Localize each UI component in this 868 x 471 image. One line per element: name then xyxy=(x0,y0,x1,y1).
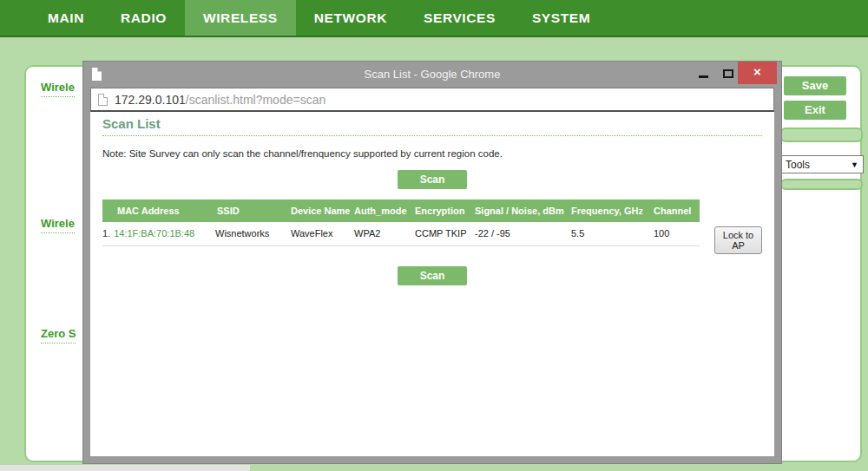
sidebar-section-bar-2 xyxy=(780,179,863,190)
scan-note: Note: Site Survey can only scan the chan… xyxy=(102,148,762,159)
url-path: /scanlist.html?mode=scan xyxy=(186,93,326,107)
header-auth-mode: Auth_mode xyxy=(350,200,411,222)
section-heading-wireless-2: Wirele xyxy=(41,217,75,233)
maximize-button[interactable] xyxy=(723,69,733,78)
scan-list-window: Scan List - Google Chrome × 172.29.0.101… xyxy=(82,61,782,464)
document-icon xyxy=(98,94,108,106)
tools-dropdown[interactable]: Tools ▼ xyxy=(780,155,864,173)
header-encryption: Encryption xyxy=(411,200,470,222)
cell-auth-mode: WPA2 xyxy=(350,222,411,245)
close-button[interactable]: × xyxy=(738,62,777,84)
window-titlebar[interactable]: Scan List - Google Chrome × xyxy=(83,62,781,88)
nav-tab-system[interactable]: SYSTEM xyxy=(514,0,608,36)
cell-device-name: WaveFlex xyxy=(286,222,350,245)
url-text: 172.29.0.101/scanlist.html?mode=scan xyxy=(115,93,326,107)
mac-address-value: 14:1F:BA:70:1B:48 xyxy=(114,228,194,239)
url-bar[interactable]: 172.29.0.101/scanlist.html?mode=scan xyxy=(90,88,774,112)
save-button[interactable]: Save xyxy=(784,76,846,95)
header-channel: Channel xyxy=(649,200,700,222)
window-title: Scan List - Google Chrome xyxy=(83,62,781,88)
scan-button-bottom[interactable]: Scan xyxy=(398,266,467,285)
bottom-strip xyxy=(0,465,250,471)
cell-channel: 100 xyxy=(649,222,700,245)
scan-list-page: Scan List Note: Site Survey can only sca… xyxy=(90,112,774,456)
nav-tab-services[interactable]: SERVICES xyxy=(405,0,514,36)
nav-tab-main[interactable]: MAIN xyxy=(30,0,102,36)
tools-dropdown-value: Tools xyxy=(786,159,810,171)
exit-button[interactable]: Exit xyxy=(784,101,846,120)
url-host: 172.29.0.101 xyxy=(115,93,186,107)
section-heading-zero: Zero S xyxy=(41,327,76,343)
table-row: 1.14:1F:BA:70:1B:48 Wisnetworks WaveFlex… xyxy=(102,222,700,245)
cell-mac-address: 1.14:1F:BA:70:1B:48 xyxy=(102,222,208,245)
lock-to-ap-button[interactable]: Lock to AP xyxy=(714,226,762,254)
top-nav: MAIN RADIO WIRELESS NETWORK SERVICES SYS… xyxy=(0,0,868,37)
header-ssid: SSID xyxy=(208,200,286,222)
row-index: 1. xyxy=(102,228,114,239)
sidebar-section-bar xyxy=(780,128,863,142)
page-title: Scan List xyxy=(102,116,762,136)
scan-button-top[interactable]: Scan xyxy=(398,170,467,189)
cell-frequency: 5.5 xyxy=(567,222,649,245)
header-mac-address: MAC Address xyxy=(102,200,208,222)
table-header-row: MAC Address SSID Device Name Auth_mode E… xyxy=(102,200,700,222)
cell-encryption: CCMP TKIP xyxy=(411,222,470,245)
screen: MAIN RADIO WIRELESS NETWORK SERVICES SYS… xyxy=(0,0,868,471)
section-heading-wireless-1: Wirele xyxy=(41,81,75,97)
minimize-button[interactable] xyxy=(699,75,708,78)
cell-signal-noise: -22 / -95 xyxy=(470,222,567,245)
scan-results-table: MAC Address SSID Device Name Auth_mode E… xyxy=(102,200,700,246)
header-frequency: Frequency, GHz xyxy=(567,200,649,222)
dropdown-arrow-icon: ▼ xyxy=(851,160,858,169)
header-signal-noise: Signal / Noise, dBm xyxy=(470,200,567,222)
cell-ssid: Wisnetworks xyxy=(208,222,286,245)
scan-results-area: MAC Address SSID Device Name Auth_mode E… xyxy=(102,200,762,246)
header-device-name: Device Name xyxy=(286,200,350,222)
nav-tab-network[interactable]: NETWORK xyxy=(296,0,405,36)
nav-tab-radio[interactable]: RADIO xyxy=(102,0,185,36)
nav-tab-wireless[interactable]: WIRELESS xyxy=(185,0,296,36)
